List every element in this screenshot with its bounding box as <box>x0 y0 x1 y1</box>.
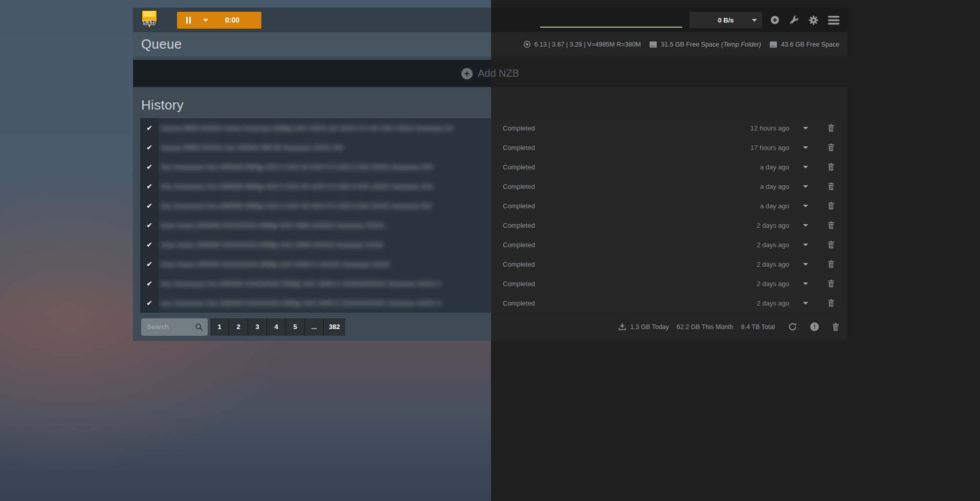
history-row-dropdown[interactable] <box>789 127 822 129</box>
history-row-delete-button[interactable] <box>822 221 840 229</box>
history-row: ✔ Xxxx Xxxxx X00X00 XXXXXXXX 0000p XXX X… <box>140 235 840 254</box>
search-input[interactable] <box>147 323 195 331</box>
history-item-age: a day ago <box>697 163 789 171</box>
history-row: ✔ Xxxxxx 0000 XXXXX Xxx XXXXX 000 00 Xxx… <box>140 138 840 157</box>
page-button[interactable]: 1 <box>210 318 229 336</box>
pause-icon[interactable] <box>186 17 191 24</box>
history-item-name[interactable]: Xxxx Xxxxx X00X00 XXXXXXXX 0000p XXX X00… <box>161 260 392 268</box>
sab-logo[interactable]: sab <box>141 10 158 30</box>
history-item-status: Completed <box>503 299 697 307</box>
history-row-dropdown[interactable] <box>789 302 822 304</box>
search-box[interactable] <box>141 318 208 336</box>
temp-folder-note: (Temp Folder) <box>721 41 761 48</box>
history-item-status: Completed <box>503 124 697 132</box>
history-row: ✔ Xxx Xxxxxxxxx Xxx X00X00 0000p XXX 0 X… <box>140 157 840 177</box>
history-item-name[interactable]: Xxx Xxxxxxxxx Xxx X00X00 XXXXXXXX 0000p … <box>161 299 442 307</box>
page-button[interactable]: 5 <box>286 318 305 336</box>
band-divider <box>133 56 848 60</box>
chevron-down-icon <box>803 224 808 227</box>
pause-timer[interactable]: 0:00 <box>208 16 261 24</box>
trash-icon <box>828 260 835 268</box>
trash-icon <box>828 143 835 151</box>
chevron-down-icon <box>803 263 808 266</box>
history-item-status: Completed <box>503 241 697 249</box>
history-row-dropdown[interactable] <box>789 244 822 246</box>
history-row-delete-button[interactable] <box>822 260 840 268</box>
chevron-down-icon <box>803 146 808 149</box>
chevron-down-icon <box>803 185 808 188</box>
speed-value: 0 B/s <box>718 16 733 24</box>
speed-dropdown-caret-icon <box>752 19 757 21</box>
topbar-icons <box>770 15 839 25</box>
history-item-age: 2 days ago <box>697 222 789 229</box>
history-row-dropdown[interactable] <box>789 224 822 227</box>
history-item-name[interactable]: Xxxxxx 0000 XXXXX Xxx XXXXX 000 00 Xxxxx… <box>161 144 343 151</box>
history-row-delete-button[interactable] <box>822 124 840 132</box>
history-item-age: 12 hours ago <box>697 124 789 132</box>
add-nzb-button[interactable]: + Add NZB <box>461 68 519 79</box>
trash-icon <box>828 299 835 307</box>
refresh-icon[interactable] <box>788 322 797 331</box>
history-item-name[interactable]: Xxxx Xxxxx X00X00 XXXXXXXX 0000p XXX X00… <box>161 222 387 229</box>
topbar: sab 0:00 0 B/s <box>133 8 848 32</box>
history-row: ✔ Xxxxxx 0000 XXXXX Xxxxx Xxxxxxxx 0000p… <box>140 118 840 138</box>
history-row-dropdown[interactable] <box>789 146 822 149</box>
stat-today: 1.3 GB Today <box>630 323 669 331</box>
history-item-name[interactable]: Xxx Xxxxxxxxx Xxx X00X00 0000p XXX 0 XXX… <box>161 183 433 190</box>
wrench-icon[interactable] <box>789 15 799 25</box>
temp-drive-icon <box>649 41 657 48</box>
speed-limit-button[interactable]: 0 B/s <box>689 12 762 28</box>
history-item-name[interactable]: Xxxxxx 0000 XXXXX Xxxxx Xxxxxxxx 0000p X… <box>161 124 453 132</box>
completed-check-icon: ✔ <box>140 293 159 313</box>
add-nzb-plus-icon[interactable] <box>770 15 779 25</box>
page-button[interactable]: 3 <box>248 318 267 336</box>
chevron-down-icon <box>803 282 808 285</box>
history-item-status: Completed <box>503 163 697 171</box>
history-row-dropdown[interactable] <box>789 185 822 188</box>
download-icon <box>618 323 626 331</box>
history-row-delete-button[interactable] <box>822 163 840 171</box>
history-section: History ✔ Xxxxxx 0000 XXXXX Xxxxx Xxxxxx… <box>133 87 848 341</box>
history-row-delete-button[interactable] <box>822 202 840 210</box>
gear-icon[interactable] <box>809 15 818 25</box>
add-nzb-dropzone[interactable]: + Add NZB <box>133 60 848 87</box>
history-item-name[interactable]: Xxx Xxxxxxxxx Xxx X00X00 XXXXXXXX 0000p … <box>161 280 440 288</box>
completed-check-icon: ✔ <box>140 177 159 196</box>
stat-month: 62.2 GB This Month <box>677 323 733 331</box>
history-row-dropdown[interactable] <box>789 263 822 266</box>
history-item-name[interactable]: Xxx Xxxxxxxxx Xxx X00X00 0000p XXX 0 XXX… <box>161 202 432 210</box>
pause-dropdown-caret-icon[interactable] <box>203 19 208 21</box>
history-item-status: Completed <box>503 144 697 151</box>
sabnzbd-window: sab 0:00 0 B/s <box>133 8 848 341</box>
history-item-name[interactable]: Xxxx Xxxxx X00X00 XXXXXXXX 0000p XXX X00… <box>161 241 384 249</box>
pause-control[interactable]: 0:00 <box>177 12 261 29</box>
chevron-down-icon <box>803 244 808 246</box>
history-item-age: 17 hours ago <box>697 144 789 151</box>
chevron-down-icon <box>803 205 808 207</box>
page-button[interactable]: 2 <box>229 318 248 336</box>
history-row-dropdown[interactable] <box>789 282 822 285</box>
add-nzb-url-input[interactable] <box>540 12 682 28</box>
page-button[interactable]: ... <box>305 318 324 336</box>
history-row-dropdown[interactable] <box>789 166 822 168</box>
history-title: History <box>141 97 184 113</box>
page-button[interactable]: 4 <box>267 318 286 336</box>
queue-header: Queue 6.13 | 3.67 | 3.28 | V=4985M R=380… <box>133 32 848 56</box>
clear-history-trash-icon[interactable] <box>832 323 839 331</box>
history-row: ✔ Xxx Xxxxxxxxx Xxx X00X00 0000p XXX 0 X… <box>140 196 840 215</box>
history-item-status: Completed <box>503 260 697 268</box>
history-row-delete-button[interactable] <box>822 241 840 249</box>
trash-icon <box>828 202 835 210</box>
history-row-delete-button[interactable] <box>822 299 840 307</box>
history-row-delete-button[interactable] <box>822 279 840 288</box>
menu-hamburger-icon[interactable] <box>828 16 839 25</box>
history-row-delete-button[interactable] <box>822 182 840 190</box>
history-item-name[interactable]: Xxx Xxxxxxxxx Xxx X00X00 0000p XXX 0 XXX… <box>161 163 433 171</box>
history-item-age: 2 days ago <box>697 241 789 249</box>
history-row-dropdown[interactable] <box>789 205 822 207</box>
page-button[interactable]: 382 <box>324 318 345 336</box>
search-icon[interactable] <box>195 323 203 331</box>
history-row-delete-button[interactable] <box>822 143 840 151</box>
complete-free-space: 43.6 GB Free Space <box>781 41 839 48</box>
alert-icon[interactable]: ! <box>810 322 819 331</box>
